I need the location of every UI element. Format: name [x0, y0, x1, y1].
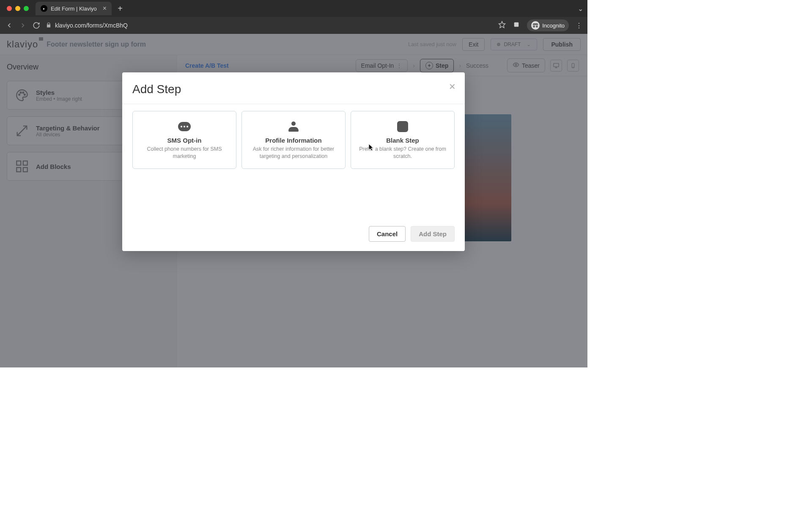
divider	[122, 104, 465, 104]
add-step-button[interactable]: Add Step	[411, 226, 455, 242]
svg-point-2	[533, 25, 535, 28]
extensions-icon[interactable]	[513, 21, 520, 30]
nav-forward-icon[interactable]	[19, 21, 27, 30]
profile-desc: Ask for richer information for better ta…	[248, 146, 339, 160]
incognito-icon	[531, 21, 540, 30]
bookmark-star-icon[interactable]	[498, 21, 506, 30]
svg-marker-0	[499, 22, 505, 28]
favicon-icon: ▸	[41, 5, 47, 12]
traffic-light-zoom[interactable]	[24, 6, 29, 11]
profile-title: Profile Information	[248, 137, 339, 144]
step-card-profile[interactable]: Profile Information Ask for richer infor…	[241, 111, 346, 169]
nav-reload-icon[interactable]	[32, 21, 41, 30]
tabs-overflow-icon[interactable]: ⌄	[578, 5, 583, 13]
incognito-label: Incognito	[542, 22, 565, 29]
traffic-light-minimize[interactable]	[15, 6, 20, 11]
modal-title: Add Step	[132, 83, 455, 96]
blank-square-icon	[357, 121, 448, 133]
blank-desc: Prefer a blank step? Create one from scr…	[357, 146, 448, 160]
window-controls	[7, 6, 29, 11]
browser-chrome: ▸ Edit Form | Klaviyo × + ⌄ klaviyo.com/…	[0, 0, 587, 34]
blank-title: Blank Step	[357, 137, 448, 144]
sms-bubble-icon	[139, 121, 230, 133]
modal-close-icon[interactable]: ×	[449, 80, 455, 93]
tab-title: Edit Form | Klaviyo	[51, 6, 97, 12]
tab-close-icon[interactable]: ×	[103, 5, 107, 12]
sms-title: SMS Opt-in	[139, 137, 230, 144]
svg-rect-1	[514, 22, 519, 27]
url-text: klaviyo.com/forms/XmcBhQ	[55, 22, 128, 29]
lock-icon	[46, 22, 52, 29]
new-tab-button[interactable]: +	[118, 4, 123, 14]
incognito-badge[interactable]: Incognito	[527, 19, 569, 31]
svg-point-3	[536, 25, 538, 28]
cancel-button[interactable]: Cancel	[369, 226, 406, 242]
sms-desc: Collect phone numbers for SMS marketing	[139, 146, 230, 160]
address-bar[interactable]: klaviyo.com/forms/XmcBhQ	[46, 22, 493, 29]
step-card-sms[interactable]: SMS Opt-in Collect phone numbers for SMS…	[132, 111, 236, 169]
nav-back-icon[interactable]	[5, 21, 14, 30]
step-card-blank[interactable]: Blank Step Prefer a blank step? Create o…	[351, 111, 455, 169]
browser-menu-icon[interactable]: ⋮	[576, 22, 582, 30]
person-icon	[248, 121, 339, 133]
toolbar-right: Incognito ⋮	[498, 19, 582, 31]
traffic-light-close[interactable]	[7, 6, 12, 11]
add-step-modal: Add Step × SMS Opt-in Collect phone numb…	[122, 72, 465, 251]
browser-toolbar: klaviyo.com/forms/XmcBhQ Incognito ⋮	[0, 17, 587, 34]
browser-tab[interactable]: ▸ Edit Form | Klaviyo ×	[36, 2, 112, 15]
tab-strip: ▸ Edit Form | Klaviyo × + ⌄	[0, 0, 587, 17]
